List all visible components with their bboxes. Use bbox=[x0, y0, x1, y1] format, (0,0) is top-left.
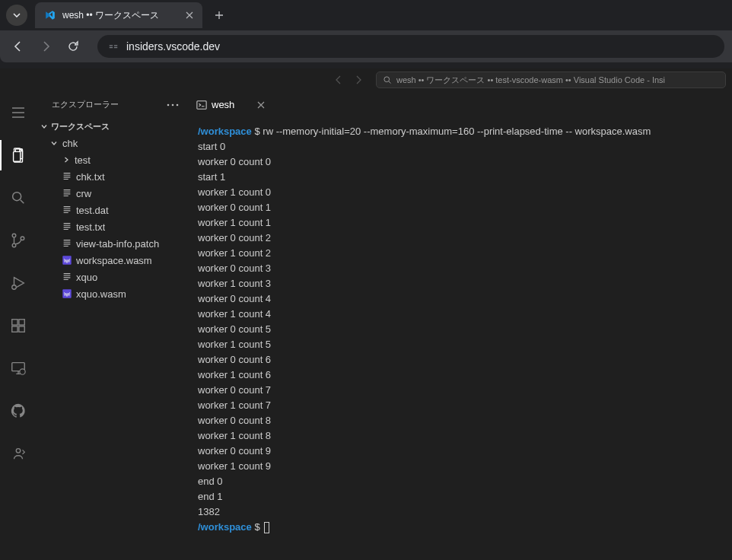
terminal-output-line: worker 0 count 2 bbox=[198, 231, 723, 246]
chevron-down-icon bbox=[40, 122, 49, 131]
activity-remote-explorer[interactable] bbox=[0, 353, 37, 383]
svg-rect-0 bbox=[110, 45, 113, 46]
terminal-output-line: worker 0 count 4 bbox=[198, 291, 723, 307]
workspace-section-header[interactable]: ワークスペース bbox=[37, 118, 188, 135]
svg-point-18 bbox=[16, 449, 21, 453]
browser-tab-strip: wesh •• ワークスペース bbox=[0, 0, 732, 30]
tree-file[interactable]: crw bbox=[37, 185, 188, 202]
terminal-output-line: worker 0 count 7 bbox=[198, 383, 723, 398]
text-file-icon bbox=[61, 272, 73, 282]
reload-button[interactable] bbox=[62, 36, 84, 57]
svg-point-17 bbox=[20, 369, 25, 374]
tree-item-label: chk.txt bbox=[76, 171, 105, 183]
browser-toolbar: insiders.vscode.dev bbox=[0, 30, 732, 62]
terminal-output-line: end 0 bbox=[198, 474, 723, 489]
terminal-output-line: worker 0 count 1 bbox=[198, 200, 723, 215]
file-tree: chktestchk.txtcrwtest.dattest.txtview-ta… bbox=[37, 135, 188, 302]
svg-rect-1 bbox=[110, 47, 113, 48]
svg-rect-14 bbox=[19, 326, 24, 332]
terminal-prompt-path: /workspace bbox=[198, 126, 252, 137]
back-button[interactable] bbox=[8, 36, 29, 57]
tree-item-label: test.txt bbox=[76, 221, 105, 233]
text-file-icon bbox=[61, 188, 73, 199]
tree-file[interactable]: test.dat bbox=[37, 202, 188, 218]
svg-rect-15 bbox=[19, 320, 24, 325]
tree-file[interactable]: xquo.wasm bbox=[37, 285, 188, 302]
tree-file[interactable]: workspace.wasm bbox=[37, 252, 188, 269]
command-center-search[interactable]: wesh •• ワークスペース •• test-vscode-wasm •• V… bbox=[376, 72, 726, 88]
editor-tab-wesh[interactable]: wesh bbox=[189, 91, 272, 117]
svg-rect-2 bbox=[114, 45, 117, 46]
svg-point-20 bbox=[172, 103, 174, 106]
activity-explorer[interactable] bbox=[0, 140, 37, 170]
activity-source-control[interactable] bbox=[0, 225, 37, 256]
terminal-prompt-symbol: $ bbox=[252, 521, 263, 533]
svg-point-21 bbox=[177, 103, 179, 106]
terminal-output-line: worker 1 count 7 bbox=[198, 398, 723, 413]
tree-item-label: workspace.wasm bbox=[76, 255, 152, 266]
tree-folder[interactable]: chk bbox=[37, 135, 188, 151]
tree-item-label: test bbox=[75, 154, 91, 166]
tree-file[interactable]: chk.txt bbox=[37, 168, 188, 185]
text-file-icon bbox=[61, 238, 73, 249]
terminal-output-line: worker 1 count 9 bbox=[198, 459, 723, 474]
terminal-output-line: worker 0 count 6 bbox=[198, 352, 723, 368]
site-info-icon[interactable] bbox=[108, 41, 119, 52]
explorer-sidebar: エクスプローラー ワークスペース chktestchk.txtcrwtest.d… bbox=[37, 91, 189, 560]
svg-rect-13 bbox=[12, 326, 18, 332]
editor-tab-label: wesh bbox=[212, 99, 234, 110]
more-actions-icon[interactable] bbox=[167, 103, 179, 107]
text-file-icon bbox=[61, 171, 73, 182]
tree-item-label: chk bbox=[62, 138, 78, 149]
terminal-prompt-path: /workspace bbox=[198, 521, 252, 533]
titlebar-forward-icon[interactable] bbox=[353, 75, 364, 85]
terminal-output-line: start 1 bbox=[198, 170, 723, 185]
close-icon[interactable] bbox=[257, 101, 265, 109]
terminal-output-line: 1382 bbox=[198, 504, 723, 520]
tree-file[interactable]: xquo bbox=[37, 269, 188, 285]
activity-github[interactable] bbox=[0, 396, 37, 426]
terminal-icon bbox=[196, 100, 207, 110]
forward-button[interactable] bbox=[35, 36, 56, 57]
tab-search-button[interactable] bbox=[6, 5, 27, 26]
activity-live-share[interactable] bbox=[0, 438, 37, 469]
tree-folder[interactable]: test bbox=[37, 151, 188, 168]
svg-rect-3 bbox=[114, 47, 117, 48]
browser-tab-active[interactable]: wesh •• ワークスペース bbox=[35, 2, 202, 28]
editor-tab-bar: wesh bbox=[189, 91, 732, 118]
chevron-right-icon bbox=[61, 155, 72, 164]
terminal-output-line: worker 0 count 3 bbox=[198, 261, 723, 276]
tree-item-label: view-tab-info.patch bbox=[76, 238, 159, 250]
terminal-output-line: end 1 bbox=[198, 489, 723, 504]
tree-item-label: xquo.wasm bbox=[76, 288, 126, 300]
url-text: insiders.vscode.dev bbox=[126, 40, 220, 52]
vscode-titlebar: wesh •• ワークスペース •• test-vscode-wasm •• V… bbox=[0, 68, 732, 91]
terminal-output-line: start 0 bbox=[198, 139, 723, 154]
activity-extensions[interactable] bbox=[0, 310, 37, 341]
new-tab-button[interactable] bbox=[208, 5, 230, 26]
vscode-favicon bbox=[44, 9, 56, 21]
tree-file[interactable]: test.txt bbox=[37, 218, 188, 235]
activity-search[interactable] bbox=[0, 183, 37, 213]
wasm-file-icon bbox=[61, 288, 73, 299]
titlebar-back-icon[interactable] bbox=[333, 75, 344, 85]
chevron-down-icon bbox=[49, 138, 59, 148]
tree-item-label: xquo bbox=[76, 272, 97, 283]
svg-point-11 bbox=[12, 285, 17, 290]
activity-run-debug[interactable] bbox=[0, 268, 37, 298]
terminal-output-line: worker 1 count 6 bbox=[198, 368, 723, 383]
text-file-icon bbox=[61, 221, 73, 232]
address-bar[interactable]: insiders.vscode.dev bbox=[97, 35, 724, 58]
search-icon bbox=[383, 75, 392, 84]
svg-rect-6 bbox=[14, 151, 21, 161]
terminal-line: /workspace $ rw --memory-initial=20 --me… bbox=[198, 124, 723, 139]
activity-menu[interactable] bbox=[0, 97, 37, 128]
tree-file[interactable]: view-tab-info.patch bbox=[37, 235, 188, 252]
terminal-line: /workspace $ bbox=[198, 520, 723, 535]
terminal-output-line: worker 1 count 8 bbox=[198, 428, 723, 444]
terminal-output-line: worker 1 count 1 bbox=[198, 215, 723, 231]
terminal-panel[interactable]: /workspace $ rw --memory-initial=20 --me… bbox=[189, 118, 732, 560]
terminal-output-line: worker 0 count 9 bbox=[198, 444, 723, 459]
tree-item-label: test.dat bbox=[76, 205, 109, 216]
close-icon[interactable] bbox=[186, 11, 193, 19]
